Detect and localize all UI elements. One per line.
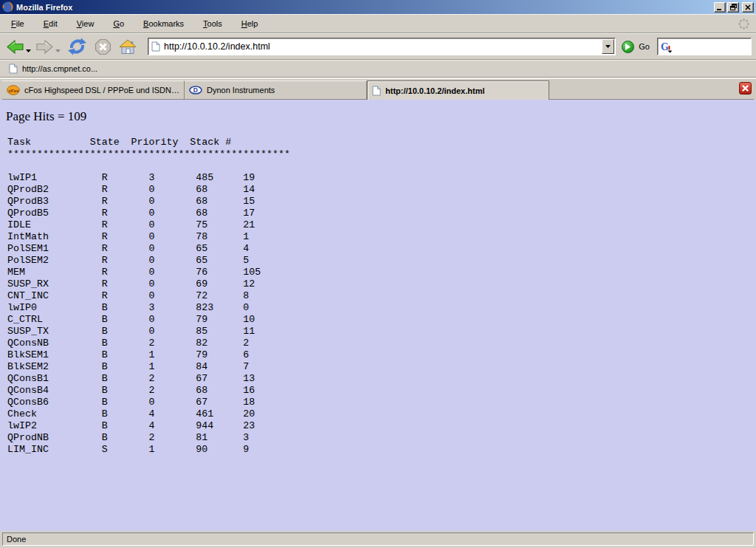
title-bar: Mozilla Firefox <box>0 0 756 14</box>
page-icon <box>372 86 381 96</box>
menu-item-bookmarks[interactable]: Bookmarks <box>137 17 190 30</box>
stop-icon <box>94 38 111 55</box>
forward-icon <box>35 39 54 55</box>
throbber-icon <box>738 18 750 30</box>
page-icon <box>9 64 18 74</box>
dynon-instruments-icon: D <box>189 86 202 95</box>
url-input[interactable] <box>164 40 602 53</box>
go-label: Go <box>639 42 650 51</box>
search-input[interactable] <box>673 40 751 53</box>
menu-item-tools[interactable]: Tools <box>196 17 229 30</box>
google-engine-icon[interactable]: G <box>660 41 673 53</box>
svg-text:G: G <box>661 41 669 52</box>
bookmarks-bar: http://as.cmpnet.co... <box>0 60 756 78</box>
status-bar: Done <box>0 531 756 548</box>
page-content: Page Hits = 109 Task State Priority Stac… <box>0 100 756 531</box>
tab-bar: cFos cFos Highspeed DSL / PPPoE und ISDN… <box>0 78 756 100</box>
restore-button[interactable] <box>727 2 739 13</box>
reload-button[interactable] <box>67 38 87 55</box>
go-button[interactable]: Go <box>622 41 650 53</box>
bookmark-item[interactable]: http://as.cmpnet.co... <box>6 62 100 75</box>
close-button[interactable] <box>742 2 754 13</box>
task-table: Task State Priority Stack # ************… <box>7 137 756 456</box>
close-icon <box>745 4 751 10</box>
tab-label: http://10.0.10.2/index.html <box>385 86 484 95</box>
back-icon <box>6 39 24 55</box>
back-button[interactable] <box>6 39 24 55</box>
tab-dynon[interactable]: D Dynon Instruments <box>185 81 367 100</box>
tab-label: cFos Highspeed DSL / PPPoE und ISDN CAP.… <box>24 86 179 95</box>
page-icon <box>151 41 160 52</box>
stop-button[interactable] <box>94 38 111 55</box>
minimize-icon <box>717 4 723 10</box>
restore-icon <box>730 4 737 10</box>
menu-bar: File Edit View Go Bookmarks Tools Help <box>0 14 756 33</box>
close-tab-button[interactable] <box>739 82 752 95</box>
home-button[interactable] <box>119 39 137 55</box>
bookmark-label: http://as.cmpnet.co... <box>22 64 97 73</box>
tab-label: Dynon Instruments <box>207 86 275 95</box>
page-hits-text: Page Hits = 109 <box>6 109 756 124</box>
svg-text:cFos: cFos <box>9 89 20 93</box>
reload-icon <box>67 38 87 55</box>
menu-item-file[interactable]: File <box>4 17 31 30</box>
forward-button[interactable] <box>35 39 54 55</box>
forward-dropdown-button[interactable] <box>55 45 61 54</box>
svg-text:D: D <box>193 86 198 94</box>
menu-item-view[interactable]: View <box>70 17 101 30</box>
menu-item-help[interactable]: Help <box>235 17 265 30</box>
tab-cfos[interactable]: cFos cFos Highspeed DSL / PPPoE und ISDN… <box>2 81 185 100</box>
go-icon <box>622 41 634 53</box>
navigation-toolbar: Go G <box>0 33 756 60</box>
tab-strip-filler <box>549 81 754 100</box>
cfos-icon: cFos <box>7 85 20 95</box>
menu-item-go[interactable]: Go <box>106 17 131 30</box>
url-dropdown-button[interactable] <box>602 39 614 54</box>
status-text: Done <box>7 535 26 544</box>
menu-item-edit[interactable]: Edit <box>37 17 64 30</box>
home-icon <box>119 39 137 55</box>
back-dropdown-button[interactable] <box>26 45 31 54</box>
tab-active-index[interactable]: http://10.0.10.2/index.html <box>367 81 549 100</box>
minimize-button[interactable] <box>714 2 726 13</box>
browser-window: Mozilla Firefox File Edit View Go Bookma… <box>0 0 756 548</box>
search-box[interactable]: G <box>657 38 752 55</box>
window-title: Mozilla Firefox <box>16 3 712 12</box>
close-tab-icon <box>742 85 749 92</box>
address-bar[interactable] <box>148 38 616 55</box>
status-field: Done <box>2 532 754 546</box>
firefox-logo-icon <box>2 1 13 13</box>
